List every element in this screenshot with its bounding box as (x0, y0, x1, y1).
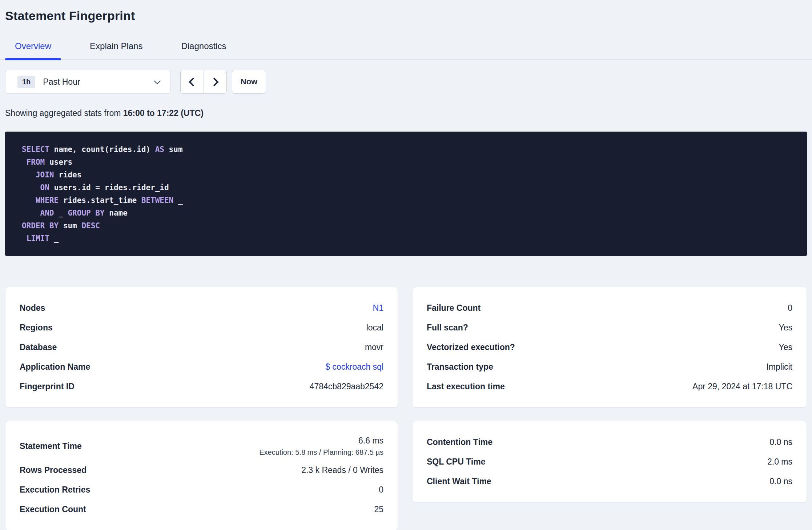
row-label: Failure Count (427, 303, 481, 313)
overview-card-left: NodesN1RegionslocalDatabasemovrApplicati… (5, 287, 398, 407)
time-controls: 1h Past Hour Now (5, 70, 807, 94)
row-label: Rows Processed (20, 465, 87, 475)
row-value: movr (365, 342, 383, 352)
row-label: SQL CPU Time (427, 457, 485, 467)
sql-text: sum (164, 145, 183, 154)
row-value: 0 (788, 303, 792, 313)
sql-text: _ (54, 209, 68, 217)
card-row: Transaction typeImplicit (427, 357, 792, 377)
card-row: NodesN1 (20, 298, 383, 318)
row-value: Yes (779, 323, 792, 333)
details-grid: NodesN1RegionslocalDatabasemovrApplicati… (5, 287, 807, 530)
sql-text (22, 209, 40, 217)
timing-card-right: Contention Time0.0 nsSQL CPU Time2.0 msC… (412, 421, 807, 502)
row-value: local (366, 323, 383, 333)
sql-text: rides (54, 170, 82, 179)
row-value: Implicit (766, 362, 792, 372)
row-label: Execution Retries (20, 485, 90, 495)
row-label: Fingerprint ID (20, 382, 75, 392)
tab-explain-plans[interactable]: Explain Plans (80, 41, 152, 59)
card-row: Statement Time6.6 msExecution: 5.8 ms / … (20, 432, 383, 460)
interval-nav-group (180, 70, 227, 94)
sql-keyword: ON (40, 183, 49, 192)
sql-keyword: ORDER BY (22, 221, 59, 230)
sql-keyword: JOIN (36, 170, 54, 179)
sql-text (22, 183, 40, 192)
sql-keyword: LIMIT (27, 234, 49, 243)
sql-text (22, 196, 36, 205)
card-row: Rows Processed2.3 k Reads / 0 Writes (20, 460, 383, 480)
sql-text: name, count(rides.id) (49, 145, 155, 154)
sql-text: name (105, 209, 128, 217)
chevron-left-icon (189, 77, 197, 86)
sql-keyword: BETWEEN (141, 196, 174, 205)
row-value-block: 6.6 msExecution: 5.8 ms / Planning: 687.… (259, 432, 383, 460)
card-row: Failure Count0 (427, 298, 792, 318)
page-title: Statement Fingerprint (5, 0, 807, 23)
row-label: Regions (20, 323, 53, 333)
card-row: Last execution timeApr 29, 2024 at 17:18… (427, 377, 792, 396)
now-button[interactable]: Now (232, 70, 266, 94)
sql-statement: SELECT name, count(rides.id) AS sum FROM… (5, 132, 807, 256)
row-value: 2.3 k Reads / 0 Writes (301, 465, 383, 475)
row-label: Contention Time (427, 437, 493, 447)
stats-line-prefix: Showing aggregated stats from (5, 108, 123, 118)
stats-line-range: 16:00 to 17:22 (UTC) (123, 108, 204, 118)
row-value-subtext: Execution: 5.8 ms / Planning: 687.5 µs (259, 448, 383, 457)
card-row: Application Name$ cockroach sql (20, 357, 383, 377)
row-value-link[interactable]: N1 (373, 303, 383, 313)
sql-keyword: WHERE (36, 196, 59, 205)
card-row: Execution Retries0 (20, 480, 383, 499)
card-row: SQL CPU Time2.0 ms (427, 452, 792, 471)
timing-card-left: Statement Time6.6 msExecution: 5.8 ms / … (5, 421, 398, 530)
row-value: 0 (379, 485, 383, 495)
overview-card-right: Failure Count0Full scan?YesVectorized ex… (412, 287, 807, 407)
tab-diagnostics[interactable]: Diagnostics (171, 41, 236, 59)
card-row: Fingerprint ID4784cb829aab2542 (20, 377, 383, 396)
row-label: Vectorized execution? (427, 342, 515, 352)
time-interval-select[interactable]: 1h Past Hour (5, 70, 171, 94)
card-row: Full scan?Yes (427, 318, 792, 337)
row-label: Full scan? (427, 323, 468, 333)
time-interval-badge: 1h (17, 76, 35, 88)
row-label: Execution Count (20, 505, 86, 514)
sql-keyword: DESC (81, 221, 100, 230)
row-value: 0.0 ns (769, 437, 792, 447)
sql-text: users.id = rides.rider_id (49, 183, 169, 192)
sql-keyword: GROUP BY (68, 209, 104, 217)
card-row: Databasemovr (20, 337, 383, 357)
chevron-right-icon (210, 77, 218, 86)
row-value-link[interactable]: $ cockroach sql (325, 362, 383, 372)
card-row: Execution Count25 (20, 499, 383, 519)
sql-text (22, 170, 36, 179)
row-value: 4784cb829aab2542 (310, 382, 383, 392)
sql-text: _ (173, 196, 182, 205)
sql-text: users (45, 158, 72, 166)
tab-overview[interactable]: Overview (5, 41, 61, 59)
prev-interval-button[interactable] (181, 70, 204, 93)
chevron-down-icon (154, 77, 160, 84)
row-label: Statement Time (20, 441, 82, 451)
card-row: Client Wait Time0.0 ns (427, 471, 792, 491)
row-label: Client Wait Time (427, 477, 491, 486)
aggregated-stats-line: Showing aggregated stats from 16:00 to 1… (5, 108, 807, 118)
card-row: Contention Time0.0 ns (427, 432, 792, 452)
statement-fingerprint-page: Statement Fingerprint OverviewExplain Pl… (0, 0, 812, 530)
sql-text (22, 234, 27, 243)
row-value: Apr 29, 2024 at 17:18 UTC (692, 382, 792, 392)
row-label: Transaction type (427, 362, 493, 372)
row-label: Last execution time (427, 382, 505, 392)
sql-text (22, 158, 27, 166)
tab-bar-border: OverviewExplain PlansDiagnostics (0, 41, 812, 60)
sql-keyword: AND (40, 209, 54, 217)
sql-keyword: SELECT (22, 145, 49, 154)
next-interval-button[interactable] (204, 70, 226, 93)
card-row: Regionslocal (20, 318, 383, 337)
row-label: Application Name (20, 362, 90, 372)
sql-text: _ (49, 234, 59, 243)
row-label: Nodes (20, 303, 45, 313)
row-value: 25 (374, 505, 383, 514)
sql-text: sum (59, 221, 81, 230)
sql-text: rides.start_time (59, 196, 141, 205)
sql-keyword: AS (155, 145, 164, 154)
